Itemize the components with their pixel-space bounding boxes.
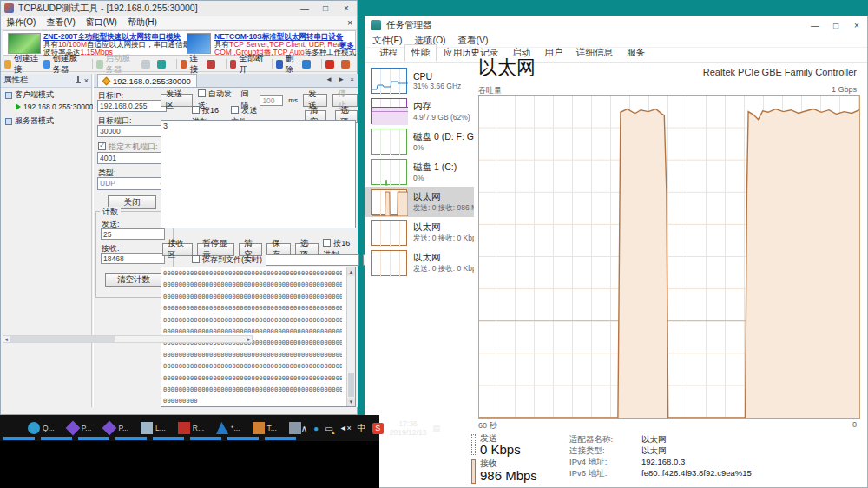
sidebar-item-label: 磁盘 1 (C:) [413,162,474,174]
tab-6[interactable]: 详细信息 [569,44,620,62]
minimize-icon[interactable]: — [805,21,825,30]
tab-1[interactable]: 进程 [372,44,404,62]
tcp-menu-item[interactable]: 操作(O) [6,16,36,29]
delete-button[interactable]: 删除 [276,53,298,76]
taskmgr-title: 任务管理器 [386,19,805,31]
sent-count-field[interactable]: 25 [101,228,165,240]
taskbar-app-p1-icon [65,421,80,436]
taskbar-app-p2[interactable]: P... [103,422,128,434]
scale-max-label: 1 Gbps [832,85,857,94]
target-port-field[interactable]: 30000 [97,125,167,137]
toolbar-button-label: 连接 [189,53,201,76]
connection-tab[interactable]: 192.168.0.255:30000 [97,74,197,87]
ad-more-link[interactable]: 更多 [339,41,354,51]
create-server-button[interactable]: 创建服务器 [43,53,84,76]
clear-count-button[interactable]: 清空计数 [105,273,162,287]
perf-sidebar-item-disk[interactable]: 磁盘 0 (D: F: G:)0% [365,126,474,156]
perf-sidebar-item-ethernet-active[interactable]: 以太网发送: 0 接收: 986 Mbps [365,187,474,217]
taskbar-app-t[interactable]: T... [253,422,277,434]
tcp-menubar: 操作(O)查看(V)窗口(W)帮助(H) [1,16,357,30]
stop-button[interactable] [326,60,337,69]
scroll-right-icon[interactable]: ► [247,337,252,342]
perf-sidebar-item-memory[interactable]: 内存4.9/7.9 GB (62%) [365,96,474,126]
type-select[interactable]: UDP▼ [97,177,167,190]
close-icon[interactable]: × [336,3,357,13]
tcp-titlebar: TCP&UDP测试工具 - [192.168.0.255:30000] — □ … [1,1,357,16]
group-button[interactable] [302,60,313,69]
detail-label: 适配器名称: [569,434,613,445]
tab-5[interactable]: 用户 [537,44,569,62]
taskbar-app-l[interactable]: L... [141,422,166,434]
toolbar-separator [226,59,227,69]
recv-count-field[interactable]: 18468 [101,253,165,264]
sogou-icon[interactable]: S [372,423,384,434]
start-server-icon [96,60,103,69]
perf-sidebar-item-cpu[interactable]: CPU31% 3.66 GHz [365,65,474,96]
recv-scrollbar[interactable]: ▲ ▼ [346,267,355,406]
maximize-icon[interactable]: □ [825,21,846,30]
tree-server-mode[interactable]: 服务器模式 [5,115,54,127]
send-textarea[interactable]: 3 [161,120,356,228]
perf-sidebar-item-disk-spike[interactable]: 磁盘 1 (C:)0% [365,156,474,187]
tcp-menu-item[interactable]: 查看(V) [46,16,75,29]
taskbar-app-q[interactable]: Q... [28,422,55,434]
volume-muted-icon[interactable]: ◄× [339,424,352,432]
taskbar-app-p1[interactable]: P... [67,422,92,434]
scroll-thumb[interactable] [348,373,354,397]
tcp-menu-item[interactable]: 帮助(H) [128,16,157,29]
tree-client-mode[interactable]: 客户端模式 [5,89,54,101]
recv-area-button[interactable]: 接收区 [162,243,193,256]
scroll-up-icon[interactable]: ▲ [347,267,355,276]
save-path-field[interactable] [266,254,359,266]
taskbar-app-wireshark[interactable]: *... [216,422,240,434]
target-ip-field[interactable]: 192.168.0.255 [97,100,167,112]
session-button[interactable] [207,60,218,69]
taskbar-active-bar [3,437,35,440]
ime-indicator[interactable]: 中 [358,422,366,434]
tree-label: 客户端模式 [15,89,54,101]
network-status-icon[interactable]: ▭ [325,424,332,433]
tray-app-icon[interactable]: ● [313,424,319,433]
taskbar-app-8[interactable] [289,422,301,434]
connect-button[interactable]: 连接 [181,53,202,76]
start-server-button: 启动服务器 [96,53,137,76]
taskbar-active-bar [41,437,72,440]
interval-field[interactable]: 100 [260,95,283,106]
memory-thumbnail-icon [371,98,407,124]
tab-nav-icons[interactable]: ◄ ► × [326,76,356,83]
maximize-icon[interactable]: □ [315,3,336,13]
scroll-down-icon[interactable]: ▼ [347,398,355,406]
local-port-checkbox[interactable] [98,142,106,150]
disconnect-all-button[interactable]: 全部断开 [230,53,265,76]
tray-expand-icon[interactable]: ∧ [301,424,307,433]
save-to-file-checkbox[interactable] [192,255,200,263]
horizontal-scrollbar[interactable]: ◄ ► [3,335,253,343]
local-port-field[interactable]: 4001 [97,152,167,164]
tree-connection[interactable]: 192.168.0.255:30000 [16,102,93,111]
send-hex-checkbox[interactable] [192,106,200,114]
create-server-icon [43,60,50,69]
scroll-left-icon[interactable]: ◄ [3,337,9,342]
connect-icon [181,60,187,69]
send-file-checkbox[interactable] [231,106,239,114]
mdi-close-icon[interactable]: × [347,18,352,28]
perf-sidebar-item-ethernet-idle[interactable]: 以太网发送: 0 接收: 0 Kbps [365,217,474,247]
run-button[interactable] [341,60,352,69]
globe-button[interactable] [157,60,168,69]
pin-icon[interactable] [75,76,82,84]
close-icon[interactable]: × [846,21,867,30]
perf-sidebar-item-ethernet-idle[interactable]: 以太网发送: 0 接收: 0 Kbps [365,247,474,278]
send-area-button[interactable]: 发送区 [161,94,193,107]
recv-hex-checkbox[interactable] [323,239,331,247]
minimize-icon[interactable]: — [294,3,315,13]
tab-7[interactable]: 服务 [620,44,652,62]
auto-send-checkbox[interactable] [198,89,206,97]
taskbar-app-r[interactable]: R... [178,422,204,434]
tab-2[interactable]: 性能 [404,44,437,62]
hscroll-thumb[interactable] [10,336,115,342]
panel-close-icon[interactable]: × [84,76,89,85]
taskbar-clock[interactable]: 17:36 2019/12/13 [390,419,427,437]
notification-center-icon[interactable]: ▤ [432,424,440,432]
tcp-menu-item[interactable]: 窗口(W) [86,16,117,29]
new-connection-button[interactable]: 创建连接 [4,53,39,76]
